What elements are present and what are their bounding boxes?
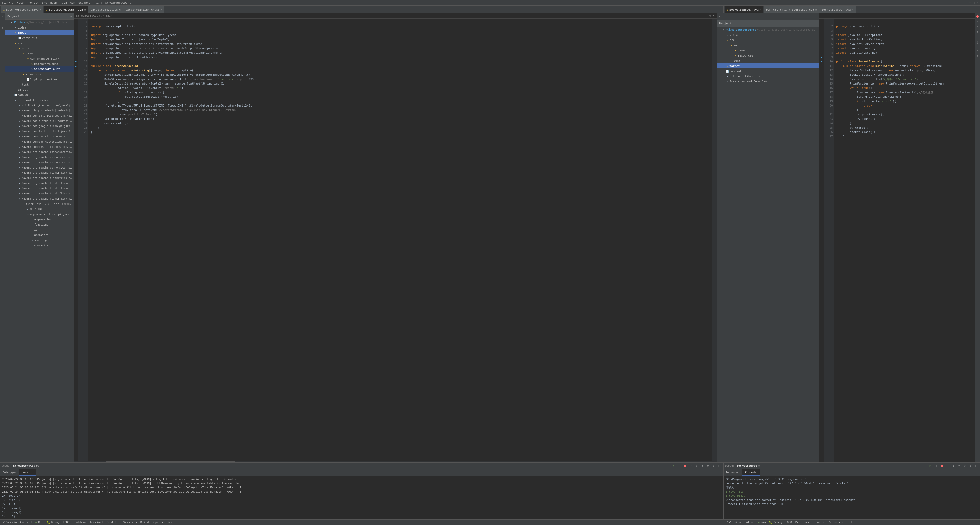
tree-mvn5[interactable]: ▸ Maven: com.twitter:chill-java:0.7.6: [5, 129, 74, 134]
tab-streamwordcount[interactable]: ☕ StreamWordCount.java ✕: [44, 6, 88, 13]
tree-flink-jar[interactable]: ▾ flink-java-1.17.1.jar library root: [5, 201, 74, 206]
tree-pom[interactable]: 📄 pom.xml: [5, 92, 74, 97]
status-dependencies[interactable]: Dependencies: [152, 520, 172, 524]
tree-right-extlibs[interactable]: ▸ External Libraries: [717, 74, 819, 79]
window-maximize[interactable]: □: [973, 1, 975, 5]
tab-socketsource[interactable]: ☕ SocketSource.java ✕: [725, 6, 764, 13]
tree-root-flink-a[interactable]: ▾ flink-a ~/learning/project/flink-a: [5, 20, 74, 25]
sidebar-bookmark-icon[interactable]: ⊞: [0, 25, 5, 30]
tab-socketsource2[interactable]: SocketSource.java ✕: [819, 6, 856, 13]
right-step-out-icon[interactable]: ↑: [975, 30, 980, 34]
menu-com[interactable]: com: [70, 1, 75, 5]
tree-mvn8[interactable]: ▸ Maven: commons-io:commons-io:2.11.0: [5, 144, 74, 150]
status-todo[interactable]: TODO: [63, 520, 70, 524]
tree-mvn3[interactable]: ▸ Maven: com.github.minilog:minillog:1.2: [5, 118, 74, 123]
status-terminal-right[interactable]: Terminal: [812, 520, 826, 524]
debug-stepout-btn[interactable]: ↑: [700, 463, 705, 468]
tree-right-java[interactable]: ▾ java: [717, 48, 819, 53]
menu-java[interactable]: java: [60, 1, 67, 5]
tree-mvn15[interactable]: ▸ Maven: org.apache.flink:flink-core:1.1…: [5, 180, 74, 186]
tree-mvn16[interactable]: ▸ Maven: org.apache.flink:flink-file-sin…: [5, 186, 74, 191]
tree-mvn13[interactable]: ▸ Maven: org.apache.flink:flink-annotati…: [5, 170, 74, 175]
tab-console-left[interactable]: Console: [19, 469, 36, 476]
tree-log4j[interactable]: 📄 log4j.properties: [5, 77, 74, 82]
tree-mvn2[interactable]: ▸ Maven: com.sotericsoftware:kryo:2.24.0: [5, 113, 74, 118]
status-build-left[interactable]: Build: [140, 520, 149, 524]
status-run[interactable]: ▶ Run: [35, 520, 43, 524]
debug-stepover-btn[interactable]: →: [689, 463, 693, 468]
status-services-left[interactable]: Services: [123, 520, 137, 524]
debug-restore-btn-r[interactable]: ⊞: [968, 463, 973, 468]
tab-datastreamsink[interactable]: DataStreamSink.class ✕: [123, 6, 164, 13]
tree-batchword[interactable]: C BatchWordCount: [5, 61, 74, 66]
right-step-in-icon[interactable]: ↓: [975, 24, 980, 29]
tree-resources[interactable]: ▸ resources: [5, 72, 74, 77]
debug-max-btn-r[interactable]: □: [974, 463, 978, 468]
right-eval-icon[interactable]: ∑: [975, 40, 980, 44]
debug-stepout-btn-r[interactable]: ↑: [957, 463, 961, 468]
debug-restore-btn[interactable]: ⊞: [711, 463, 716, 468]
code-content-left[interactable]: package com.example.flink; import org.ap…: [88, 19, 711, 461]
status-vcs-right[interactable]: ⎇ Version Control: [725, 520, 755, 524]
window-minimize[interactable]: ─: [969, 1, 971, 5]
right-step-over-icon[interactable]: ▷: [975, 19, 980, 23]
status-vcs[interactable]: ⎇ Version Control: [2, 520, 32, 524]
status-terminal[interactable]: Terminal: [89, 520, 103, 524]
tree-right-src[interactable]: ▾ src: [717, 37, 819, 43]
right-breakpoints-icon[interactable]: ⊕: [975, 53, 980, 57]
tab-debugger-right[interactable]: Debugger: [724, 469, 743, 476]
debug-close-right[interactable]: ✕: [758, 465, 760, 467]
tree-mvn14[interactable]: ▸ Maven: org.apache.flink:flink-clients:…: [5, 175, 74, 180]
menu-main[interactable]: main: [50, 1, 57, 5]
tree-right-pom[interactable]: 📄 pom.xml: [717, 68, 819, 74]
tree-mvn4[interactable]: ▸ Maven: com.google.findbugs:jsr305:1.3.…: [5, 123, 74, 129]
right-settings-icon[interactable]: ⚙: [975, 48, 980, 52]
debug-close-left[interactable]: ✕: [40, 465, 41, 467]
code-content-right[interactable]: package com.example.flink; import java.i…: [834, 19, 975, 462]
status-todo-right[interactable]: TODO: [785, 520, 792, 524]
tree-right-target[interactable]: ▾ target: [717, 63, 819, 68]
tree-functions[interactable]: ▸ functions: [5, 222, 74, 227]
tree-target[interactable]: ▸ target: [5, 87, 74, 92]
debug-resume-btn-r[interactable]: ▶: [928, 463, 933, 468]
tree-mvn12[interactable]: ▸ Maven: org.apache.commons:commons-text…: [5, 165, 74, 170]
status-run-right[interactable]: ▶ Run: [758, 520, 766, 524]
tree-summarize[interactable]: ▸ summarize: [5, 243, 74, 248]
menu-flink-a[interactable]: flink-a: [2, 1, 13, 5]
tree-operators[interactable]: ▸ operators: [5, 232, 74, 237]
status-build-right[interactable]: Build: [846, 520, 854, 524]
tree-right-scratches[interactable]: ▸ Scratches and Consoles: [717, 79, 819, 84]
tree-idea[interactable]: ▸ .idea: [5, 25, 74, 30]
status-debug-right[interactable]: 🐛 Debug: [769, 520, 782, 524]
menu-example[interactable]: example: [78, 1, 90, 5]
tree-io[interactable]: ▸ io: [5, 227, 74, 232]
menu-file[interactable]: File: [17, 1, 24, 5]
tree-mvn11[interactable]: ▸ Maven: org.apache.commons:commons-math…: [5, 160, 74, 165]
tree-words[interactable]: 📄 words.txt: [5, 35, 74, 40]
debug-pause-btn[interactable]: ⏸: [677, 463, 682, 468]
debug-stepover-btn-r[interactable]: →: [945, 463, 950, 468]
tree-right-root[interactable]: ▾ flink-sourceSource ~/learning/project/…: [717, 27, 819, 32]
right-run-cursor-icon[interactable]: →: [975, 35, 980, 39]
tree-meta-inf[interactable]: ▸ META-INF: [5, 206, 74, 212]
status-problems-right[interactable]: Problems: [795, 520, 809, 524]
menu-flink[interactable]: flink: [93, 1, 102, 5]
menu-streamwordcount[interactable]: StreamWordCount: [105, 1, 131, 5]
tree-aggregation[interactable]: ▸ aggregation: [5, 217, 74, 222]
debug-stop-btn-r[interactable]: ■: [940, 463, 944, 468]
tab-datastream[interactable]: DataStream.class ✕: [88, 6, 123, 13]
status-problems[interactable]: Problems: [73, 520, 86, 524]
debug-resume-btn[interactable]: ▶: [671, 463, 676, 468]
tree-right-resources[interactable]: ▸ resources: [717, 53, 819, 58]
editor-collapse-icon[interactable]: ▾: [713, 14, 715, 18]
tab-pom-right[interactable]: pom.xml (flink-sourceSource) ✕: [764, 6, 819, 13]
window-close[interactable]: ✕: [977, 1, 978, 5]
tree-extlibs[interactable]: ▾ External Libraries: [5, 97, 74, 103]
tree-mvn10[interactable]: ▸ Maven: org.apache.commons:commons-lang…: [5, 154, 74, 160]
sidebar-project-icon[interactable]: ≡: [0, 14, 5, 18]
debug-stop-btn[interactable]: ■: [683, 463, 687, 468]
sidebar-structure-icon[interactable]: ☰: [0, 20, 5, 24]
debug-stepin-btn[interactable]: ↓: [694, 463, 699, 468]
right-panel-settings[interactable]: ⚙: [719, 15, 721, 18]
status-debug[interactable]: 🐛 Debug: [46, 520, 60, 524]
